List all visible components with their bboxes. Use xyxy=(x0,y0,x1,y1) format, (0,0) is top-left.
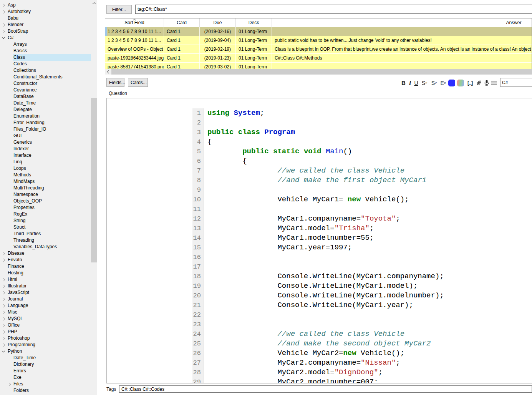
sidebar-item-delegate[interactable]: Delegate xyxy=(0,106,91,113)
sidebar-item-struct[interactable]: Struct xyxy=(0,224,91,231)
sidebar-item-blender[interactable]: Blender xyxy=(0,22,91,28)
sidebar-item-files[interactable]: Files xyxy=(0,381,91,387)
change-color-button[interactable] xyxy=(457,80,464,86)
sidebar-item-mindmaps[interactable]: MindMaps xyxy=(0,178,91,185)
sidebar-item-mysql[interactable]: MySQL xyxy=(0,315,91,322)
chevron-right-icon[interactable] xyxy=(2,317,5,320)
chevron-right-icon[interactable] xyxy=(2,23,5,26)
chevron-right-icon[interactable] xyxy=(2,3,5,7)
sidebar-item-html[interactable]: Html xyxy=(0,276,91,283)
chevron-right-icon[interactable] xyxy=(2,284,5,287)
sidebar-item-autohotkey[interactable]: Autohotkey xyxy=(0,8,91,15)
sidebar-item-dictionary[interactable]: Dictionary xyxy=(0,361,91,368)
sidebar-item-disease[interactable]: Disease xyxy=(0,250,91,257)
sidebar-item-third-parties[interactable]: Third_Parties xyxy=(0,231,91,237)
sidebar-item-string[interactable]: String xyxy=(0,217,91,224)
sidebar-item-babu[interactable]: Babu xyxy=(0,15,91,22)
sidebar-item-python[interactable]: Python xyxy=(0,348,91,355)
sidebar-item-database[interactable]: DataBase xyxy=(0,93,91,100)
chevron-right-icon[interactable] xyxy=(2,343,5,346)
sidebar-item-covariance[interactable]: Covariance xyxy=(0,87,91,93)
column-header-due[interactable]: Due xyxy=(200,18,236,27)
sidebar-item-methods[interactable]: Methods xyxy=(0,172,91,178)
table-row[interactable]: 1 2 3 4 5 6 7 8 9 10 11 1...Card 1(2019-… xyxy=(105,36,532,45)
sidebar-item-loops[interactable]: Loops xyxy=(0,165,91,172)
sidebar-item-photoshop[interactable]: Photoshop xyxy=(0,335,91,342)
column-header-deck[interactable]: Deck xyxy=(236,18,272,27)
sidebar-item-interface[interactable]: Interface xyxy=(0,152,91,159)
scroll-up-icon[interactable] xyxy=(91,0,97,7)
sidebar-item-multithreading[interactable]: MultiThreading xyxy=(0,185,91,191)
sidebar-item-codes[interactable]: Codes xyxy=(0,61,91,67)
column-header-sort-field[interactable]: Sort Field xyxy=(105,18,164,27)
chevron-down-icon[interactable] xyxy=(2,349,5,352)
chevron-right-icon[interactable] xyxy=(2,291,5,294)
text-color-button[interactable] xyxy=(448,80,455,86)
underline-button[interactable]: U xyxy=(414,79,419,87)
sidebar-item-threading[interactable]: Threading xyxy=(0,237,91,244)
record-audio-icon[interactable] xyxy=(484,79,489,87)
sidebar-item-illustrator[interactable]: Illustrator xyxy=(0,283,91,289)
sidebar-item-arrays[interactable]: Arrays xyxy=(0,41,91,48)
sidebar-item-error-handling[interactable]: Error_Handling xyxy=(0,119,91,126)
sidebar-item-class[interactable]: Class xyxy=(0,54,91,61)
sidebar-item-programming[interactable]: Programming xyxy=(0,342,91,348)
filter-button[interactable]: Filter... xyxy=(106,5,132,14)
chevron-right-icon[interactable] xyxy=(2,337,5,340)
sidebar-item-date-time[interactable]: Date_Time xyxy=(0,355,91,361)
sidebar-item-conditional-statements[interactable]: Conditional_Statements xyxy=(0,74,91,80)
chevron-down-icon[interactable] xyxy=(2,36,5,39)
sidebar-item-asp[interactable]: Asp xyxy=(0,2,91,8)
table-horizontal-scrollbar[interactable] xyxy=(105,69,532,75)
sidebar-item-indexer[interactable]: Indexer xyxy=(0,146,91,152)
sidebar-item-enumeration[interactable]: Enumeration xyxy=(0,113,91,119)
language-select[interactable] xyxy=(500,78,532,87)
sidebar-item-linq[interactable]: Linq xyxy=(0,159,91,165)
sidebar-item-namespace[interactable]: Namespace xyxy=(0,191,91,198)
chevron-right-icon[interactable] xyxy=(2,324,5,327)
chevron-right-icon[interactable] xyxy=(2,258,5,261)
sidebar-item-errors[interactable]: Errors xyxy=(0,368,91,374)
sidebar-item-office[interactable]: Office xyxy=(0,322,91,329)
sidebar-item-exe[interactable]: Exe xyxy=(0,374,91,381)
sidebar-item-finance[interactable]: Finance xyxy=(0,263,91,270)
subscript-button[interactable]: S2 xyxy=(430,79,438,87)
table-scrollbar-thumb[interactable] xyxy=(111,69,532,75)
sidebar-item-basics[interactable]: Basics xyxy=(0,48,91,54)
sidebar-item-collections[interactable]: Collections xyxy=(0,67,91,74)
menu-icon[interactable] xyxy=(491,79,497,87)
sidebar-item-envato[interactable]: Envato xyxy=(0,257,91,263)
sidebar-item-hosting[interactable]: Hosting xyxy=(0,270,91,276)
chevron-right-icon[interactable] xyxy=(2,278,5,281)
sidebar-item-constructor[interactable]: Constructor xyxy=(0,80,91,87)
superscript-button[interactable]: S2 xyxy=(421,79,428,87)
cards-button[interactable]: Cards... xyxy=(128,78,148,87)
chevron-right-icon[interactable] xyxy=(2,10,5,13)
sidebar-item-javascript[interactable]: JavaScript xyxy=(0,289,91,296)
scroll-left-icon[interactable] xyxy=(105,69,111,75)
sidebar-item-variables-datatypes[interactable]: Variables_DataTypes xyxy=(0,244,91,250)
chevron-right-icon[interactable] xyxy=(2,304,5,307)
chevron-right-icon[interactable] xyxy=(2,252,5,255)
sidebar-item-properties[interactable]: Properties xyxy=(0,204,91,211)
sidebar-item-folders[interactable]: Folders xyxy=(0,387,91,394)
sidebar-item-c[interactable]: C# xyxy=(0,35,91,41)
column-header-answer[interactable]: Answer xyxy=(272,18,532,27)
table-row[interactable]: paste-19928648253444.jpgCard 1(2019-01-2… xyxy=(105,54,532,63)
cloze-button[interactable]: [...] xyxy=(466,79,474,87)
sidebar-item-files-folder-io[interactable]: Files_Folder_IO xyxy=(0,126,91,133)
table-row[interactable]: paste-85817741541380.pngCard 1(2019-03-0… xyxy=(105,63,532,69)
sidebar-item-language[interactable]: Language xyxy=(0,302,91,309)
question-editor[interactable]: 1using System;23public class Program4{5 … xyxy=(106,98,532,383)
search-input[interactable] xyxy=(135,5,532,14)
sidebar-item-date-time[interactable]: Date_Time xyxy=(0,100,91,106)
sidebar-item-gui[interactable]: GUI xyxy=(0,133,91,139)
sidebar-item-generics[interactable]: Generics xyxy=(0,139,91,146)
tags-input[interactable] xyxy=(119,385,532,393)
column-header-card[interactable]: Card xyxy=(164,18,200,27)
sidebar-scrollbar-thumb[interactable] xyxy=(91,98,97,262)
table-row[interactable]: 1 2 3 4 5 6 7 8 9 10 11 1...Card 1(2019-… xyxy=(105,27,532,36)
table-row[interactable]: Overview of OOPs - Object ...Card 1(2019… xyxy=(105,45,532,54)
italic-button[interactable]: I xyxy=(408,79,412,87)
sidebar-scrollbar[interactable] xyxy=(91,0,97,395)
